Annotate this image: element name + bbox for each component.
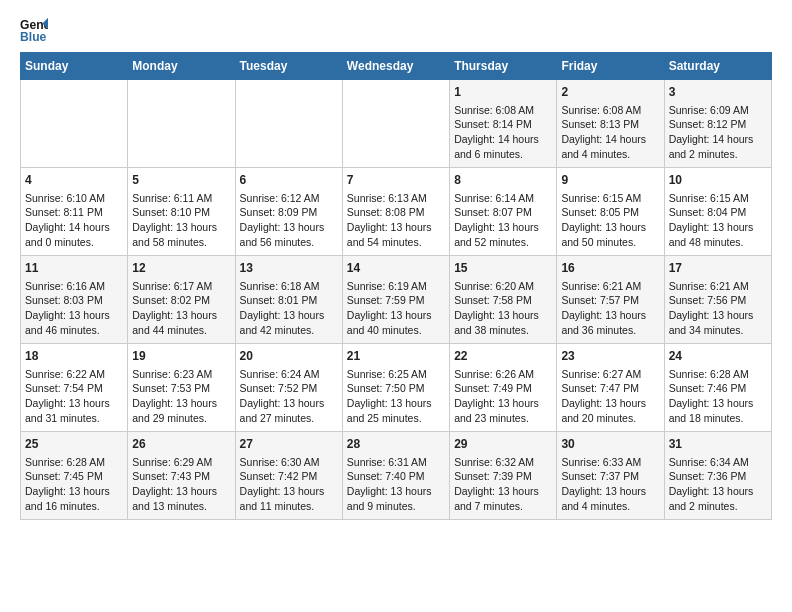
day-info: Sunrise: 6:14 AMSunset: 8:07 PMDaylight:… [454, 191, 552, 250]
day-info: Sunrise: 6:28 AMSunset: 7:46 PMDaylight:… [669, 367, 767, 426]
calendar-header-row: SundayMondayTuesdayWednesdayThursdayFrid… [21, 53, 772, 80]
day-info: Sunrise: 6:10 AMSunset: 8:11 PMDaylight:… [25, 191, 123, 250]
day-number: 4 [25, 172, 123, 189]
day-info: Sunrise: 6:31 AMSunset: 7:40 PMDaylight:… [347, 455, 445, 514]
day-number: 12 [132, 260, 230, 277]
day-info: Sunrise: 6:21 AMSunset: 7:57 PMDaylight:… [561, 279, 659, 338]
day-number: 21 [347, 348, 445, 365]
day-info: Sunrise: 6:08 AMSunset: 8:13 PMDaylight:… [561, 103, 659, 162]
calendar-cell: 27Sunrise: 6:30 AMSunset: 7:42 PMDayligh… [235, 432, 342, 520]
day-info: Sunrise: 6:08 AMSunset: 8:14 PMDaylight:… [454, 103, 552, 162]
column-header-wednesday: Wednesday [342, 53, 449, 80]
day-number: 20 [240, 348, 338, 365]
calendar-cell: 2Sunrise: 6:08 AMSunset: 8:13 PMDaylight… [557, 80, 664, 168]
calendar-cell: 7Sunrise: 6:13 AMSunset: 8:08 PMDaylight… [342, 168, 449, 256]
calendar-cell [128, 80, 235, 168]
day-info: Sunrise: 6:18 AMSunset: 8:01 PMDaylight:… [240, 279, 338, 338]
day-info: Sunrise: 6:29 AMSunset: 7:43 PMDaylight:… [132, 455, 230, 514]
day-info: Sunrise: 6:16 AMSunset: 8:03 PMDaylight:… [25, 279, 123, 338]
day-number: 3 [669, 84, 767, 101]
calendar-week-row: 4Sunrise: 6:10 AMSunset: 8:11 PMDaylight… [21, 168, 772, 256]
header: General Blue [20, 16, 772, 44]
calendar-week-row: 25Sunrise: 6:28 AMSunset: 7:45 PMDayligh… [21, 432, 772, 520]
day-info: Sunrise: 6:33 AMSunset: 7:37 PMDaylight:… [561, 455, 659, 514]
calendar-cell: 15Sunrise: 6:20 AMSunset: 7:58 PMDayligh… [450, 256, 557, 344]
day-info: Sunrise: 6:23 AMSunset: 7:53 PMDaylight:… [132, 367, 230, 426]
calendar-cell: 18Sunrise: 6:22 AMSunset: 7:54 PMDayligh… [21, 344, 128, 432]
calendar-cell: 31Sunrise: 6:34 AMSunset: 7:36 PMDayligh… [664, 432, 771, 520]
calendar-header: SundayMondayTuesdayWednesdayThursdayFrid… [21, 53, 772, 80]
calendar-cell: 14Sunrise: 6:19 AMSunset: 7:59 PMDayligh… [342, 256, 449, 344]
day-info: Sunrise: 6:28 AMSunset: 7:45 PMDaylight:… [25, 455, 123, 514]
day-info: Sunrise: 6:26 AMSunset: 7:49 PMDaylight:… [454, 367, 552, 426]
calendar-cell: 23Sunrise: 6:27 AMSunset: 7:47 PMDayligh… [557, 344, 664, 432]
day-info: Sunrise: 6:11 AMSunset: 8:10 PMDaylight:… [132, 191, 230, 250]
day-number: 17 [669, 260, 767, 277]
calendar-cell: 21Sunrise: 6:25 AMSunset: 7:50 PMDayligh… [342, 344, 449, 432]
column-header-sunday: Sunday [21, 53, 128, 80]
day-info: Sunrise: 6:25 AMSunset: 7:50 PMDaylight:… [347, 367, 445, 426]
day-info: Sunrise: 6:20 AMSunset: 7:58 PMDaylight:… [454, 279, 552, 338]
calendar-cell: 5Sunrise: 6:11 AMSunset: 8:10 PMDaylight… [128, 168, 235, 256]
day-number: 28 [347, 436, 445, 453]
day-number: 23 [561, 348, 659, 365]
calendar-cell: 6Sunrise: 6:12 AMSunset: 8:09 PMDaylight… [235, 168, 342, 256]
calendar-cell: 1Sunrise: 6:08 AMSunset: 8:14 PMDaylight… [450, 80, 557, 168]
calendar-table: SundayMondayTuesdayWednesdayThursdayFrid… [20, 52, 772, 520]
day-info: Sunrise: 6:24 AMSunset: 7:52 PMDaylight:… [240, 367, 338, 426]
svg-text:Blue: Blue [20, 30, 47, 44]
day-number: 15 [454, 260, 552, 277]
calendar-cell: 20Sunrise: 6:24 AMSunset: 7:52 PMDayligh… [235, 344, 342, 432]
day-number: 22 [454, 348, 552, 365]
day-info: Sunrise: 6:27 AMSunset: 7:47 PMDaylight:… [561, 367, 659, 426]
day-number: 9 [561, 172, 659, 189]
column-header-thursday: Thursday [450, 53, 557, 80]
calendar-cell: 4Sunrise: 6:10 AMSunset: 8:11 PMDaylight… [21, 168, 128, 256]
calendar-cell [342, 80, 449, 168]
calendar-body: 1Sunrise: 6:08 AMSunset: 8:14 PMDaylight… [21, 80, 772, 520]
day-number: 25 [25, 436, 123, 453]
calendar-cell: 19Sunrise: 6:23 AMSunset: 7:53 PMDayligh… [128, 344, 235, 432]
day-number: 6 [240, 172, 338, 189]
column-header-friday: Friday [557, 53, 664, 80]
day-info: Sunrise: 6:19 AMSunset: 7:59 PMDaylight:… [347, 279, 445, 338]
calendar-week-row: 1Sunrise: 6:08 AMSunset: 8:14 PMDaylight… [21, 80, 772, 168]
calendar-cell: 12Sunrise: 6:17 AMSunset: 8:02 PMDayligh… [128, 256, 235, 344]
calendar-cell: 24Sunrise: 6:28 AMSunset: 7:46 PMDayligh… [664, 344, 771, 432]
calendar-cell: 16Sunrise: 6:21 AMSunset: 7:57 PMDayligh… [557, 256, 664, 344]
calendar-cell [235, 80, 342, 168]
day-info: Sunrise: 6:34 AMSunset: 7:36 PMDaylight:… [669, 455, 767, 514]
day-number: 14 [347, 260, 445, 277]
day-info: Sunrise: 6:12 AMSunset: 8:09 PMDaylight:… [240, 191, 338, 250]
calendar-cell: 30Sunrise: 6:33 AMSunset: 7:37 PMDayligh… [557, 432, 664, 520]
day-number: 18 [25, 348, 123, 365]
day-number: 5 [132, 172, 230, 189]
day-info: Sunrise: 6:30 AMSunset: 7:42 PMDaylight:… [240, 455, 338, 514]
day-number: 29 [454, 436, 552, 453]
calendar-week-row: 11Sunrise: 6:16 AMSunset: 8:03 PMDayligh… [21, 256, 772, 344]
calendar-cell: 28Sunrise: 6:31 AMSunset: 7:40 PMDayligh… [342, 432, 449, 520]
day-number: 2 [561, 84, 659, 101]
calendar-cell: 13Sunrise: 6:18 AMSunset: 8:01 PMDayligh… [235, 256, 342, 344]
column-header-monday: Monday [128, 53, 235, 80]
day-number: 27 [240, 436, 338, 453]
calendar-cell: 22Sunrise: 6:26 AMSunset: 7:49 PMDayligh… [450, 344, 557, 432]
day-number: 1 [454, 84, 552, 101]
logo-icon: General Blue [20, 16, 48, 44]
day-number: 26 [132, 436, 230, 453]
day-info: Sunrise: 6:21 AMSunset: 7:56 PMDaylight:… [669, 279, 767, 338]
calendar-cell: 10Sunrise: 6:15 AMSunset: 8:04 PMDayligh… [664, 168, 771, 256]
calendar-cell: 25Sunrise: 6:28 AMSunset: 7:45 PMDayligh… [21, 432, 128, 520]
day-info: Sunrise: 6:15 AMSunset: 8:04 PMDaylight:… [669, 191, 767, 250]
calendar-cell: 17Sunrise: 6:21 AMSunset: 7:56 PMDayligh… [664, 256, 771, 344]
day-number: 10 [669, 172, 767, 189]
calendar-cell: 8Sunrise: 6:14 AMSunset: 8:07 PMDaylight… [450, 168, 557, 256]
day-info: Sunrise: 6:22 AMSunset: 7:54 PMDaylight:… [25, 367, 123, 426]
day-info: Sunrise: 6:32 AMSunset: 7:39 PMDaylight:… [454, 455, 552, 514]
column-header-tuesday: Tuesday [235, 53, 342, 80]
day-number: 7 [347, 172, 445, 189]
day-info: Sunrise: 6:15 AMSunset: 8:05 PMDaylight:… [561, 191, 659, 250]
calendar-week-row: 18Sunrise: 6:22 AMSunset: 7:54 PMDayligh… [21, 344, 772, 432]
calendar-cell: 11Sunrise: 6:16 AMSunset: 8:03 PMDayligh… [21, 256, 128, 344]
calendar-cell: 29Sunrise: 6:32 AMSunset: 7:39 PMDayligh… [450, 432, 557, 520]
